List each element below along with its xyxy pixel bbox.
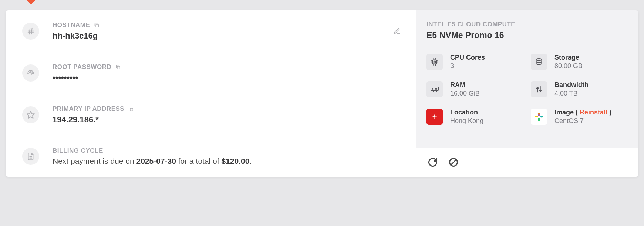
spec-bandwidth-value: 4.00 TB (554, 90, 589, 97)
hostname-value: hh-hk3c16g (53, 31, 391, 41)
svg-rect-5 (117, 66, 120, 69)
hostname-label: HOSTNAME (53, 21, 90, 29)
hostname-row: HOSTNAME hh-hk3c16g (6, 10, 416, 52)
bandwidth-icon (531, 81, 547, 97)
svg-line-3 (31, 28, 32, 34)
svg-rect-36 (535, 116, 538, 117)
hash-icon (22, 23, 39, 40)
svg-rect-35 (538, 118, 540, 121)
storage-icon (531, 54, 547, 70)
billing-label: BILLING CYCLE (53, 147, 103, 154)
spec-ram: RAM 16.00 GiB (426, 81, 523, 97)
billing-amount: $120.00 (221, 157, 249, 165)
block-button[interactable] (447, 156, 460, 169)
flag-hk-icon (426, 109, 443, 125)
copy-icon[interactable] (115, 64, 121, 70)
primary-ip-value: 194.29.186.* (53, 115, 403, 124)
refresh-button[interactable] (426, 156, 439, 169)
server-card: HOSTNAME hh-hk3c16g (6, 10, 638, 177)
spec-ram-label: RAM (450, 81, 480, 89)
spec-storage: Storage 80.00 GB (531, 54, 628, 70)
cpu-icon (426, 54, 443, 70)
os-image-icon (531, 109, 547, 125)
fingerprint-icon (22, 64, 39, 82)
document-icon (22, 148, 39, 165)
spec-location-label: Location (450, 109, 483, 116)
spec-image-value: CentOS 7 (554, 117, 611, 125)
svg-point-33 (434, 116, 435, 117)
edit-hostname-button[interactable] (391, 25, 403, 37)
primary-ip-row: PRIMARY IP ADDRESS 194.29.186.* (6, 94, 416, 136)
svg-point-20 (536, 59, 542, 61)
billing-text: Next payment is due on 2025-07-30 for a … (53, 157, 403, 166)
spec-bandwidth-label: Bandwidth (554, 81, 589, 89)
svg-marker-6 (27, 111, 34, 118)
spec-ram-value: 16.00 GiB (450, 90, 480, 97)
svg-rect-10 (433, 60, 437, 64)
reinstall-link[interactable]: Reinstall (580, 109, 607, 116)
copy-icon[interactable] (94, 22, 100, 28)
spec-bandwidth: Bandwidth 4.00 TB (531, 81, 628, 97)
spec-location: Location Hong Kong (426, 109, 523, 125)
plan-name: E5 NVMe Promo 16 (426, 30, 628, 40)
billing-row: BILLING CYCLE Next payment is due on 202… (6, 136, 416, 177)
spec-image-label: Image ( Reinstall ) (554, 109, 611, 116)
star-icon (22, 106, 39, 123)
svg-rect-38 (537, 113, 540, 115)
copy-icon[interactable] (128, 106, 134, 112)
plan-kicker: INTEL E5 CLOUD COMPUTE (426, 21, 628, 28)
server-plan-panel: INTEL E5 CLOUD COMPUTE E5 NVMe Promo 16 … (416, 10, 638, 177)
root-password-row: ROOT PASSWORD ••••••••• (6, 52, 416, 94)
svg-rect-4 (96, 24, 98, 27)
svg-rect-39 (540, 115, 543, 118)
spec-cpu-label: CPU Cores (450, 54, 485, 62)
spec-cpu-value: 3 (450, 62, 485, 70)
actions-bar (416, 148, 638, 177)
svg-rect-11 (434, 61, 436, 63)
root-password-label: ROOT PASSWORD (53, 63, 111, 71)
svg-line-41 (451, 160, 456, 165)
svg-rect-7 (130, 108, 133, 111)
spec-storage-label: Storage (554, 54, 583, 62)
primary-ip-label: PRIMARY IP ADDRESS (53, 105, 124, 113)
server-details-panel: HOSTNAME hh-hk3c16g (6, 10, 416, 177)
spec-cpu: CPU Cores 3 (426, 54, 523, 70)
billing-date: 2025-07-30 (136, 157, 176, 165)
ram-icon (426, 81, 443, 97)
spec-image: Image ( Reinstall ) CentOS 7 (531, 109, 628, 125)
root-password-value: ••••••••• (53, 73, 403, 83)
svg-line-2 (29, 28, 30, 34)
notch-indicator (27, 0, 36, 4)
spec-storage-value: 80.00 GB (554, 62, 583, 70)
spec-location-value: Hong Kong (450, 117, 483, 125)
